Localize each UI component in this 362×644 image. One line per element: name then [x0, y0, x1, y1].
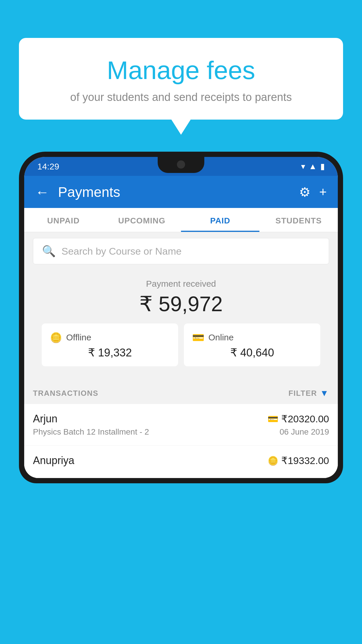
battery-icon: ▮	[320, 162, 325, 171]
tab-upcoming[interactable]: UPCOMING	[103, 208, 181, 232]
transaction-top-1: Arjun 💳 ₹20320.00	[33, 413, 329, 425]
transaction-list: Arjun 💳 ₹20320.00 Physics Batch 12 Insta…	[24, 404, 338, 478]
status-time: 14:29	[37, 162, 59, 172]
phone-screen: 14:29 ▾ ▲ ▮ ← Payments ⚙ + UNPAID	[24, 157, 338, 478]
app-bar: ← Payments ⚙ +	[24, 176, 338, 208]
phone-camera	[177, 160, 185, 169]
transaction-course-1: Physics Batch 12 Installment - 2	[33, 427, 149, 437]
offline-card: 🪙 Offline ₹ 19,332	[42, 323, 178, 366]
transactions-header: TRANSACTIONS FILTER ▼	[24, 379, 338, 404]
payment-summary: Payment received ₹ 59,972 🪙 Offline ₹ 19…	[24, 270, 338, 379]
transaction-date-1: 06 June 2019	[280, 427, 329, 437]
tab-unpaid[interactable]: UNPAID	[24, 208, 103, 232]
payment-total-amount: ₹ 59,972	[33, 292, 329, 316]
filter-icon: ▼	[320, 388, 329, 398]
transaction-amount-1: 💳 ₹20320.00	[268, 413, 329, 425]
hero-subtitle: of your students and send receipts to pa…	[31, 91, 331, 104]
add-button[interactable]: +	[319, 185, 327, 199]
search-icon: 🔍	[42, 245, 56, 258]
hero-card: Manage fees of your students and send re…	[19, 38, 343, 120]
back-button[interactable]: ←	[35, 184, 49, 200]
search-placeholder: Search by Course or Name	[61, 246, 182, 257]
transaction-bottom-1: Physics Batch 12 Installment - 2 06 June…	[33, 427, 329, 437]
offline-card-header: 🪙 Offline	[50, 332, 170, 343]
offline-label: Offline	[66, 332, 91, 342]
transaction-name-2: Anupriya	[33, 454, 74, 467]
hero-title: Manage fees	[31, 55, 331, 85]
online-label: Online	[208, 332, 234, 342]
wifi-icon: ▾	[301, 162, 305, 171]
transaction-row[interactable]: Arjun 💳 ₹20320.00 Physics Batch 12 Insta…	[24, 404, 338, 446]
settings-button[interactable]: ⚙	[299, 185, 310, 200]
transaction-name-1: Arjun	[33, 413, 57, 425]
offline-amount: ₹ 19,332	[50, 346, 170, 359]
payment-received-label: Payment received	[33, 279, 329, 289]
search-bar[interactable]: 🔍 Search by Course or Name	[33, 238, 329, 264]
phone-notch	[158, 157, 204, 173]
app-bar-actions: ⚙ +	[299, 185, 327, 200]
offline-icon: 🪙	[50, 332, 62, 343]
transaction-amount-2: 🪙 ₹19332.00	[268, 455, 329, 466]
status-icons: ▾ ▲ ▮	[301, 162, 325, 171]
tabs-row: UNPAID UPCOMING PAID STUDENTS	[24, 208, 338, 232]
online-icon: 💳	[192, 332, 204, 343]
search-container: 🔍 Search by Course or Name	[24, 232, 338, 270]
filter-button[interactable]: FILTER ▼	[289, 388, 329, 398]
online-amount: ₹ 40,640	[192, 346, 312, 359]
online-card-header: 💳 Online	[192, 332, 312, 343]
transaction-row-2[interactable]: Anupriya 🪙 ₹19332.00	[24, 446, 338, 478]
payment-cards-row: 🪙 Offline ₹ 19,332 💳 Online ₹ 40,640	[33, 323, 329, 374]
card-icon-2: 🪙	[268, 456, 278, 466]
tab-students[interactable]: STUDENTS	[259, 208, 338, 232]
transactions-label: TRANSACTIONS	[33, 389, 99, 398]
online-card: 💳 Online ₹ 40,640	[184, 323, 320, 366]
card-icon-1: 💳	[268, 414, 278, 424]
tab-paid[interactable]: PAID	[181, 208, 259, 232]
speech-bubble: Manage fees of your students and send re…	[19, 38, 343, 120]
phone-mockup: 14:29 ▾ ▲ ▮ ← Payments ⚙ + UNPAID	[19, 152, 343, 644]
transaction-top-2: Anupriya 🪙 ₹19332.00	[33, 454, 329, 467]
filter-label: FILTER	[289, 389, 317, 398]
signal-icon: ▲	[309, 162, 317, 171]
phone-outer: 14:29 ▾ ▲ ▮ ← Payments ⚙ + UNPAID	[19, 152, 343, 483]
app-bar-title: Payments	[58, 184, 290, 200]
